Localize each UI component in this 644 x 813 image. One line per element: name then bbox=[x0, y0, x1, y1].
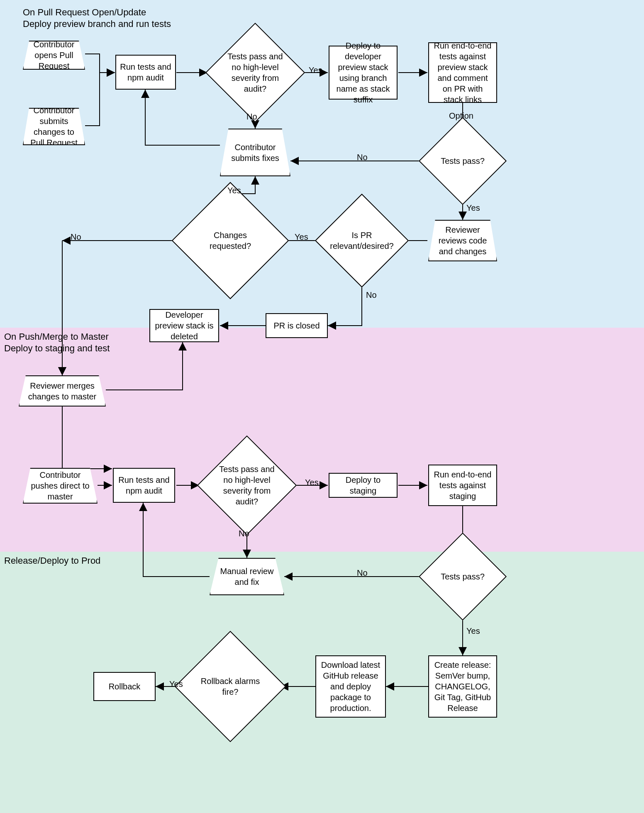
lbl-no-3: No bbox=[71, 232, 81, 242]
lbl-yes-1: Yes bbox=[309, 66, 322, 75]
node-run-tests-1: Run tests and npm audit bbox=[115, 55, 176, 90]
node-submit-changes: Contributor submits changes to Pull Requ… bbox=[23, 108, 85, 145]
node-submits-fixes: Contributor submits fixes bbox=[220, 129, 290, 176]
node-rollback-alarms: Rollback alarms fire? bbox=[191, 647, 270, 726]
node-reviewer-reviews: Reviewer reviews code and changes bbox=[428, 220, 497, 261]
section2-title: On Push/Merge to MasterDeploy to staging… bbox=[4, 331, 110, 354]
node-tests-audit-2: Tests pass and no high-level severity fr… bbox=[212, 450, 282, 521]
flowchart-canvas: On Pull Request Open/UpdateDeploy previe… bbox=[0, 0, 644, 813]
node-rollback: Rollback bbox=[93, 672, 156, 701]
lbl-yes-3: Yes bbox=[295, 232, 308, 242]
node-deploy-staging: Deploy to staging bbox=[329, 473, 398, 498]
lbl-yes-2: Yes bbox=[466, 203, 480, 213]
node-manual-review: Manual review and fix bbox=[210, 558, 284, 595]
band-pr bbox=[0, 0, 644, 328]
lbl-yes-7: Yes bbox=[169, 679, 183, 689]
node-tests-pass-1: Tests pass? bbox=[432, 130, 494, 192]
node-deploy-preview: Deploy to developer preview stack using … bbox=[329, 46, 398, 100]
node-reviewer-merges: Reviewer merges changes to master bbox=[19, 375, 106, 406]
lbl-no-1: No bbox=[246, 112, 257, 122]
node-tests-pass-2: Tests pass? bbox=[432, 545, 494, 608]
lbl-no-5: No bbox=[239, 529, 249, 538]
lbl-option: Option bbox=[449, 111, 473, 121]
lbl-no-6: No bbox=[357, 568, 368, 578]
lbl-yes-4: Yes bbox=[227, 186, 241, 195]
node-pr-closed: PR is closed bbox=[266, 313, 328, 338]
node-tests-audit-1: Tests pass and no high-level severity fr… bbox=[220, 37, 290, 108]
node-run-e2e-staging: Run end-to-end tests against staging bbox=[428, 465, 497, 506]
node-push-master: Contributor pushes direct to master bbox=[23, 468, 98, 504]
lbl-no-4: No bbox=[366, 290, 377, 300]
lbl-yes-5: Yes bbox=[305, 478, 319, 487]
node-run-e2e-preview: Run end-to-end tests against preview sta… bbox=[428, 42, 497, 103]
node-download-deploy: Download latest GitHub release and deplo… bbox=[315, 655, 386, 718]
section1-title: On Pull Request Open/UpdateDeploy previe… bbox=[23, 7, 171, 30]
node-create-release: Create release: SemVer bump, CHANGELOG, … bbox=[428, 655, 497, 718]
band-staging bbox=[0, 328, 644, 552]
section3-title: Release/Deploy to Prod bbox=[4, 555, 100, 567]
node-open-pr: Contributor opens Pull Request bbox=[23, 41, 85, 70]
node-run-tests-2: Run tests and npm audit bbox=[113, 468, 175, 503]
lbl-no-2: No bbox=[357, 153, 368, 162]
node-preview-deleted: Developer preview stack is deleted bbox=[149, 309, 219, 342]
lbl-yes-6: Yes bbox=[466, 626, 480, 636]
node-changes-requested: Changes requested? bbox=[189, 199, 272, 282]
node-pr-relevant: Is PR relevant/desired? bbox=[329, 207, 395, 274]
